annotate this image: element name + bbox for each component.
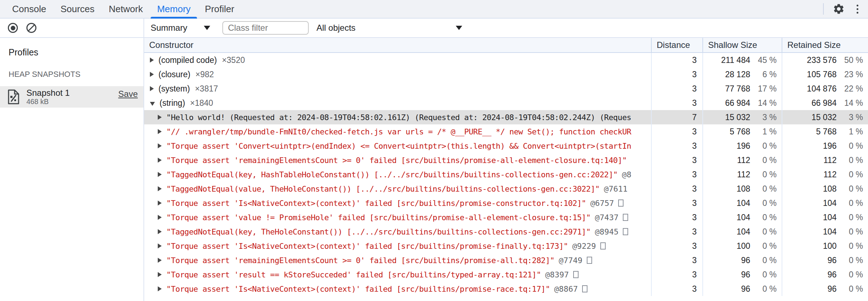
column-header-constructor[interactable]: Constructor	[144, 38, 651, 52]
table-row[interactable]: "Torque assert 'result == kStoreSucceded…	[144, 267, 868, 282]
expander-arrow-icon[interactable]	[150, 86, 154, 91]
retained-size-value: 104	[782, 198, 837, 208]
profiles-sidebar: Profiles HEAP SNAPSHOTS Snapshot 1 468 k…	[0, 38, 144, 301]
constructor-cell: (closure)×982	[144, 67, 651, 82]
perspective-select[interactable]: Summary	[151, 23, 210, 33]
distance-cell: 3	[651, 282, 702, 296]
record-icon	[11, 26, 15, 30]
object-id: @9229	[572, 242, 596, 251]
tab-profiler[interactable]: Profiler	[198, 0, 241, 18]
table-row[interactable]: "Hello world! (Requested at: 2024-08-19T…	[144, 110, 868, 124]
shallow-size-percent: 0 %	[750, 213, 777, 222]
table-row[interactable]: "Torque assert 'Is<NativeContext>(contex…	[144, 196, 868, 210]
expander-arrow-icon[interactable]	[158, 186, 162, 191]
table-row[interactable]: (compiled code)×3520 3 211 484 45 % 233 …	[144, 53, 868, 67]
constructor-name: (string)	[160, 98, 185, 108]
table-row[interactable]: "// .wrangler/tmp/bundle-FmNIt0/checked-…	[144, 124, 868, 139]
expander-arrow-icon[interactable]	[158, 129, 162, 134]
snapshot-size: 468 kB	[26, 98, 70, 106]
retained-size-value: 104	[782, 213, 837, 222]
constructor-cell: "Torque assert 'remainingElementsCount >…	[144, 253, 651, 267]
expander-arrow-icon[interactable]	[158, 158, 162, 163]
constructor-cell: "Torque assert 'Convert<uintptr>(endInde…	[144, 139, 651, 153]
kebab-icon	[857, 5, 858, 14]
table-row[interactable]: "Torque assert 'remainingElementsCount >…	[144, 153, 868, 167]
object-id: @8397	[545, 270, 569, 279]
table-row[interactable]: "TaggedNotEqual(key, HashTableHoleConsta…	[144, 167, 868, 182]
retained-size-cell: 233 576 50 %	[782, 53, 868, 67]
heap-snapshot-file-icon	[7, 89, 20, 105]
string-ref-box-icon	[618, 199, 624, 207]
column-header-shallow-size[interactable]: Shallow Size	[702, 38, 782, 52]
expander-arrow-icon[interactable]	[158, 243, 162, 248]
expander-arrow-icon[interactable]	[158, 115, 162, 120]
class-filter-input[interactable]	[222, 21, 309, 35]
object-id: @8	[622, 170, 632, 179]
shallow-size-percent: 1 %	[750, 127, 777, 137]
retained-size-value: 5 768	[782, 127, 837, 137]
shallow-size-cell: 5 768 1 %	[702, 124, 782, 139]
shallow-size-value: 104	[703, 198, 750, 208]
distance-cell: 3	[651, 124, 702, 139]
expander-arrow-icon[interactable]	[150, 72, 154, 77]
instance-count: ×3520	[222, 55, 245, 65]
table-row[interactable]: (string)×1840 3 66 984 14 % 66 984 14 %	[144, 96, 868, 110]
distance-cell: 3	[651, 67, 702, 82]
distance-cell: 3	[651, 53, 702, 67]
shallow-size-percent: 0 %	[750, 184, 777, 194]
expander-arrow-icon[interactable]	[150, 58, 154, 63]
retained-size-cell: 112 0 %	[782, 167, 868, 182]
settings-button[interactable]	[831, 1, 847, 17]
expander-arrow-icon[interactable]	[158, 143, 162, 148]
constructor-cell: "Torque assert 'result == kStoreSucceded…	[144, 267, 651, 282]
table-row[interactable]: (system)×3817 3 77 768 17 % 104 876 22 %	[144, 82, 868, 96]
take-snapshot-button[interactable]	[8, 23, 18, 33]
save-snapshot-link[interactable]: Save	[118, 89, 138, 99]
constructor-cell: "Torque assert 'Is<NativeContext>(contex…	[144, 282, 651, 296]
expander-arrow-icon[interactable]	[158, 172, 162, 177]
clear-profiles-button[interactable]	[26, 23, 36, 33]
gear-icon	[833, 3, 845, 15]
table-row[interactable]: "Torque assert 'remainingElementsCount >…	[144, 253, 868, 267]
tab-console[interactable]: Console	[5, 0, 53, 18]
retained-size-cell: 96 0 %	[782, 253, 868, 267]
distance-cell: 3	[651, 210, 702, 224]
sidebar-item-snapshot-1[interactable]: Snapshot 1 468 kB Save	[0, 86, 143, 108]
shallow-size-cell: 108 0 %	[702, 182, 782, 196]
expander-arrow-icon[interactable]	[150, 102, 155, 106]
table-row[interactable]: "TaggedNotEqual(value, TheHoleConstant()…	[144, 182, 868, 196]
retained-size-cell: 5 768 1 %	[782, 124, 868, 139]
expander-arrow-icon[interactable]	[158, 286, 162, 291]
object-scope-select[interactable]: All objects	[317, 23, 464, 33]
column-header-retained-size[interactable]: Retained Size	[782, 38, 868, 52]
table-row[interactable]: "Torque assert 'Is<NativeContext>(contex…	[144, 239, 868, 253]
table-row[interactable]: (closure)×982 3 28 128 6 % 105 768 23 %	[144, 67, 868, 82]
shallow-size-cell: 112 0 %	[702, 167, 782, 182]
column-header-distance[interactable]: Distance	[651, 38, 702, 52]
shallow-size-value: 28 128	[703, 70, 750, 79]
retained-size-percent: 22 %	[837, 84, 863, 94]
more-options-button[interactable]	[850, 1, 864, 17]
table-row[interactable]: "Torque assert 'Convert<uintptr>(endInde…	[144, 139, 868, 153]
tab-network[interactable]: Network	[102, 0, 150, 18]
table-row[interactable]: "TaggedNotEqual(key, TheHoleConstant()) …	[144, 224, 868, 239]
chevron-down-icon	[456, 26, 462, 30]
string-value: "Torque assert 'Is<NativeContext>(contex…	[166, 242, 568, 251]
shallow-size-cell: 15 032 3 %	[702, 110, 782, 124]
string-ref-box-icon	[623, 228, 628, 235]
expander-arrow-icon[interactable]	[158, 229, 162, 234]
table-row[interactable]: "Torque assert 'Is<NativeContext>(contex…	[144, 282, 868, 296]
table-row[interactable]: "Torque assert 'value != PromiseHole' fa…	[144, 210, 868, 224]
tab-sources[interactable]: Sources	[53, 0, 101, 18]
heap-snapshots-section-label: HEAP SNAPSHOTS	[9, 70, 143, 79]
expander-arrow-icon[interactable]	[158, 201, 162, 206]
shallow-size-value: 66 984	[703, 98, 750, 108]
expander-arrow-icon[interactable]	[158, 258, 162, 263]
expander-arrow-icon[interactable]	[158, 272, 162, 277]
expander-arrow-icon[interactable]	[158, 215, 162, 220]
string-value: "Torque assert 'value != PromiseHole' fa…	[166, 213, 591, 222]
shallow-size-percent: 0 %	[750, 198, 777, 208]
tab-memory[interactable]: Memory	[150, 0, 198, 18]
string-value: "TaggedNotEqual(value, TheHoleConstant()…	[166, 184, 600, 193]
chevron-down-icon	[204, 26, 210, 30]
